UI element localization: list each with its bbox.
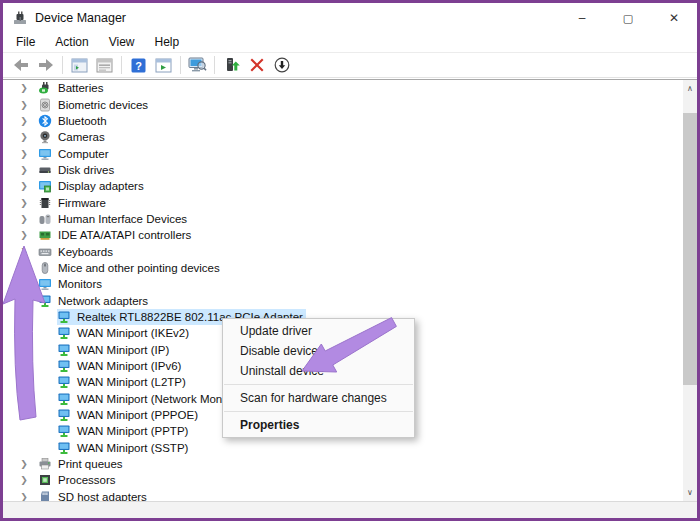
tree-item-batteries[interactable]: ❯Batteries — [3, 80, 683, 96]
toolbar-separator — [62, 56, 63, 74]
chevron-right-icon[interactable]: ❯ — [19, 459, 29, 469]
tree-item-label: WAN Miniport (PPPOE) — [77, 409, 198, 421]
chevron-right-icon[interactable]: ❯ — [19, 492, 29, 501]
chevron-right-icon[interactable]: ❯ — [19, 100, 29, 110]
tree-item-label: WAN Miniport (PPTP) — [77, 425, 188, 437]
maximize-button[interactable]: ▢ — [605, 3, 651, 33]
tree-item-processors[interactable]: ❯Processors — [3, 472, 683, 488]
tree-item-content[interactable]: Computer — [38, 146, 112, 162]
back-icon[interactable] — [11, 56, 30, 75]
context-menu-scan-for-hardware-changes[interactable]: Scan for hardware changes — [223, 388, 414, 408]
tree-item-content[interactable]: Firmware — [38, 195, 109, 211]
minimize-button[interactable]: – — [559, 3, 605, 33]
chevron-right-icon[interactable]: ❯ — [19, 116, 29, 126]
device-manager-window: Device Manager –▢✕ FileActionViewHelp ? … — [0, 0, 700, 521]
properties-window-icon[interactable] — [95, 56, 114, 75]
tree-item-content[interactable]: SD host adapters — [38, 489, 150, 501]
tree-item-content[interactable]: IDE ATA/ATAPI controllers — [38, 227, 194, 243]
uninstall-icon[interactable] — [247, 56, 266, 75]
computer-icon — [38, 147, 52, 161]
tree-item-bluetooth[interactable]: ❯Bluetooth — [3, 113, 683, 129]
tree-item-content[interactable]: WAN Miniport (SSTP) — [57, 440, 191, 456]
tree-item-content[interactable]: WAN Miniport (PPTP) — [57, 423, 191, 439]
tree-item-content[interactable]: Keyboards — [38, 244, 116, 260]
chevron-right-icon[interactable]: ❯ — [19, 198, 29, 208]
tree-item-label: WAN Miniport (Network Monitor) — [77, 393, 242, 405]
console-window-icon[interactable] — [70, 56, 89, 75]
chevron-right-icon[interactable]: ❯ — [19, 132, 29, 142]
scrollbar-thumb[interactable] — [683, 113, 697, 385]
chevron-right-icon[interactable]: ❯ — [19, 149, 29, 159]
printer-icon — [38, 457, 52, 471]
tree-item-sd-host-adapters[interactable]: ❯SD host adapters — [3, 489, 683, 501]
tree-item-content[interactable]: Cameras — [38, 129, 108, 145]
menu-bar: FileActionViewHelp — [3, 33, 697, 52]
tree-item-cameras[interactable]: ❯Cameras — [3, 129, 683, 145]
tree-item-biometric-devices[interactable]: ❯Biometric devices — [3, 96, 683, 112]
context-menu-properties[interactable]: Properties — [223, 415, 414, 435]
tree-item-keyboards[interactable]: ❯Keyboards — [3, 243, 683, 259]
tree-item-content[interactable]: Batteries — [38, 80, 106, 96]
context-menu-disable-device[interactable]: Disable device — [223, 341, 414, 361]
chevron-right-icon[interactable]: ❯ — [19, 181, 29, 191]
chevron-right-icon[interactable]: ❯ — [19, 263, 29, 273]
tree-item-computer[interactable]: ❯Computer — [3, 145, 683, 161]
tree-item-ide-ata-atapi-controllers[interactable]: ❯IDE ATA/ATAPI controllers — [3, 227, 683, 243]
tree-item-content[interactable]: Monitors — [38, 276, 105, 292]
tree-item-label: WAN Miniport (IP) — [77, 344, 169, 356]
tree-item-content[interactable]: Processors — [38, 472, 119, 488]
menu-help[interactable]: Help — [145, 33, 190, 52]
tree-item-content[interactable]: WAN Miniport (IP) — [57, 342, 172, 358]
context-menu-uninstall-device[interactable]: Uninstall device — [223, 361, 414, 381]
chevron-down-icon[interactable]: ❯ — [19, 296, 29, 306]
tree-item-human-interface-devices[interactable]: ❯Human Interface Devices — [3, 211, 683, 227]
tree-item-wan-miniport-sstp[interactable]: WAN Miniport (SSTP) — [3, 440, 683, 456]
tree-item-content[interactable]: Mice and other pointing devices — [38, 260, 223, 276]
scroll-down-icon[interactable]: ∨ — [683, 484, 697, 501]
chevron-right-icon[interactable]: ❯ — [19, 475, 29, 485]
network-icon — [57, 392, 71, 406]
update-driver-icon[interactable] — [222, 56, 241, 75]
tree-item-mice-and-other-pointing-devices[interactable]: ❯Mice and other pointing devices — [3, 260, 683, 276]
help-icon[interactable]: ? — [129, 56, 148, 75]
tree-item-print-queues[interactable]: ❯Print queues — [3, 456, 683, 472]
tree-item-content[interactable]: WAN Miniport (PPPOE) — [57, 407, 201, 423]
tree-item-display-adapters[interactable]: ❯Display adapters — [3, 178, 683, 194]
context-menu-update-driver[interactable]: Update driver — [223, 321, 414, 341]
tree-item-network-adapters[interactable]: ❯Network adapters — [3, 292, 683, 308]
tree-item-firmware[interactable]: ❯Firmware — [3, 194, 683, 210]
tree-item-content[interactable]: Disk drives — [38, 162, 117, 178]
chevron-right-icon[interactable]: ❯ — [19, 279, 29, 289]
menu-action[interactable]: Action — [45, 33, 98, 52]
tree-item-content[interactable]: Display adapters — [38, 178, 147, 194]
tree-item-content[interactable]: WAN Miniport (L2TP) — [57, 374, 189, 390]
tree-item-content[interactable]: WAN Miniport (Network Monitor) — [57, 391, 245, 407]
menu-view[interactable]: View — [99, 33, 145, 52]
tree-item-content[interactable]: Biometric devices — [38, 97, 151, 113]
tree-item-content[interactable]: Network adapters — [38, 293, 151, 309]
context-menu: Update driverDisable deviceUninstall dev… — [222, 318, 415, 438]
show-window-icon[interactable] — [154, 56, 173, 75]
chevron-right-icon[interactable]: ❯ — [19, 247, 29, 257]
tree-item-label: WAN Miniport (L2TP) — [77, 376, 186, 388]
tree-item-content[interactable]: Print queues — [38, 456, 126, 472]
scan-computer-icon[interactable] — [188, 56, 207, 75]
tree-item-monitors[interactable]: ❯Monitors — [3, 276, 683, 292]
tree-item-disk-drives[interactable]: ❯Disk drives — [3, 162, 683, 178]
chevron-right-icon[interactable]: ❯ — [19, 214, 29, 224]
chevron-right-icon[interactable]: ❯ — [19, 230, 29, 240]
tree-item-label: WAN Miniport (SSTP) — [77, 442, 188, 454]
menu-file[interactable]: File — [6, 33, 45, 52]
close-button[interactable]: ✕ — [651, 3, 697, 33]
chevron-right-icon[interactable]: ❯ — [19, 83, 29, 93]
vertical-scrollbar[interactable]: ∧ ∨ — [683, 80, 697, 501]
keyboard-icon — [38, 245, 52, 259]
forward-icon[interactable] — [36, 56, 55, 75]
chevron-right-icon[interactable]: ❯ — [19, 165, 29, 175]
tree-item-content[interactable]: WAN Miniport (IPv6) — [57, 358, 184, 374]
scroll-up-icon[interactable]: ∧ — [683, 80, 697, 97]
tree-item-content[interactable]: Human Interface Devices — [38, 211, 190, 227]
disable-icon[interactable] — [272, 56, 291, 75]
tree-item-content[interactable]: Bluetooth — [38, 113, 110, 129]
tree-item-content[interactable]: WAN Miniport (IKEv2) — [57, 325, 192, 341]
